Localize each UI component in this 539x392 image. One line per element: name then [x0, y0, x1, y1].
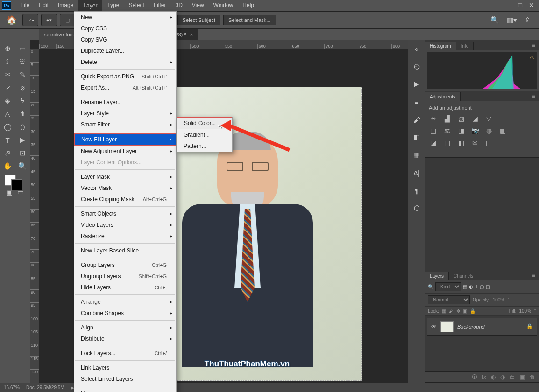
menu-item-delete[interactable]: Delete — [74, 56, 176, 68]
menu-item-new[interactable]: New — [74, 12, 176, 23]
menu-item-rasterize[interactable]: Rasterize — [74, 231, 176, 242]
menu-item-new-fill-layer[interactable]: New Fill Layer — [74, 133, 176, 146]
brush-mode-new[interactable]: ▢ — [60, 14, 76, 26]
menu-window[interactable]: Window — [209, 0, 238, 11]
paragraph-icon[interactable]: ¶ — [411, 185, 422, 196]
tool-preset-picker[interactable]: ⟋▾ — [22, 14, 38, 26]
layer-fx-icon[interactable]: fx — [482, 374, 486, 380]
tab-close-icon[interactable]: × — [190, 32, 193, 37]
character-icon[interactable]: A| — [411, 167, 422, 178]
menu-item-new-layer-based-slice[interactable]: New Layer Based Slice — [74, 245, 176, 256]
menu-item-lock-layers-[interactable]: Lock Layers...Ctrl+/ — [74, 348, 176, 359]
menu-help[interactable]: Help — [238, 0, 259, 11]
search-icon[interactable]: 🔍 — [490, 16, 499, 24]
adj-levels-icon[interactable]: ▟ — [443, 114, 452, 123]
filter-pixel-icon[interactable]: ▧ — [463, 284, 467, 289]
menu-item-distribute[interactable]: Distribute — [74, 333, 176, 344]
menu-image[interactable]: Image — [53, 0, 78, 11]
menu-item-select-linked-layers[interactable]: Select Linked Layers — [74, 373, 176, 385]
tool-5-0[interactable]: △ — [0, 107, 15, 120]
tool-6-1[interactable]: ⬯ — [15, 120, 30, 133]
new-layer-icon[interactable]: ▣ — [520, 374, 525, 380]
play-icon[interactable]: ▶ — [411, 78, 422, 90]
adj-exposure-icon[interactable]: ◢ — [470, 114, 480, 123]
menu-edit[interactable]: Edit — [34, 0, 53, 11]
menu-select[interactable]: Select — [124, 0, 149, 11]
tool-3-0[interactable]: ⟋ — [0, 81, 15, 94]
lines-icon[interactable]: ≡ — [411, 96, 422, 107]
adj-hue-icon[interactable]: ◫ — [429, 126, 438, 135]
menu-filter[interactable]: Filter — [149, 0, 171, 11]
menu-item-copy-svg[interactable]: Copy SVG — [74, 34, 176, 45]
menu-type[interactable]: Type — [102, 0, 124, 11]
adj-vibrance-icon[interactable]: ▽ — [484, 114, 494, 123]
menu-item-copy-css[interactable]: Copy CSS — [74, 23, 176, 34]
new-group-icon[interactable]: 🗀 — [510, 374, 515, 380]
share-icon[interactable]: ⇪ — [525, 16, 531, 24]
menu-item-ungroup-layers[interactable]: Ungroup LayersShift+Ctrl+G — [74, 271, 176, 282]
adj-photo-icon[interactable]: 📷 — [470, 126, 480, 135]
colors-icon[interactable]: ◧ — [411, 132, 422, 143]
tab-histogram[interactable]: Histogram — [425, 42, 456, 50]
submenu-item-gradient-[interactable]: Gradient... — [177, 129, 232, 140]
menu-item-align[interactable]: Align — [74, 322, 176, 333]
menu-item-video-layers[interactable]: Video Layers — [74, 219, 176, 231]
tool-1-0[interactable]: ⟟ — [0, 55, 15, 68]
warning-icon[interactable]: ⚠ — [529, 54, 534, 61]
brush-icon[interactable]: 🖌 — [411, 114, 422, 125]
tool-9-1[interactable]: 🔍 — [15, 160, 30, 173]
tool-2-0[interactable]: ✂ — [0, 68, 15, 81]
opacity-value[interactable]: 100% — [493, 297, 505, 302]
menu-item-smart-objects[interactable]: Smart Objects — [74, 208, 176, 219]
layer-row[interactable]: 👁 Background 🔒 — [427, 318, 537, 336]
adj-brightness-icon[interactable]: ☀ — [429, 114, 438, 123]
adj-curves-icon[interactable]: ▧ — [457, 114, 466, 123]
blend-mode-select[interactable]: Normal — [428, 295, 470, 304]
panel-menu-icon[interactable]: ≡ — [528, 91, 539, 101]
menu-item-vector-mask[interactable]: Vector Mask — [74, 182, 176, 194]
adj-mixer-icon[interactable]: ◍ — [484, 126, 494, 135]
tool-0-1[interactable]: ▭ — [15, 42, 30, 55]
tool-1-1[interactable]: ꖿ — [15, 55, 30, 68]
filter-shape-icon[interactable]: ▢ — [480, 284, 484, 289]
tool-8-1[interactable]: ⊡ — [15, 147, 30, 160]
menu-item-quick-export-as-png[interactable]: Quick Export as PNGShift+Ctrl+' — [74, 71, 176, 82]
tool-6-0[interactable]: ◯ — [0, 120, 15, 133]
tool-0-0[interactable]: ⊕ — [0, 42, 15, 55]
adj-bw-icon[interactable]: ◨ — [457, 126, 466, 135]
tab-info[interactable]: Info — [456, 42, 474, 50]
lock-pos-icon[interactable]: ✥ — [456, 308, 460, 314]
menu-item-duplicate-layer-[interactable]: Duplicate Layer... — [74, 45, 176, 56]
home-icon[interactable]: 🏠 — [4, 15, 20, 25]
menu-layer[interactable]: Layer — [78, 0, 102, 11]
menu-item-group-layers[interactable]: Group LayersCtrl+G — [74, 259, 176, 271]
menu-item-rename-layer-[interactable]: Rename Layer... — [74, 97, 176, 108]
tool-7-0[interactable]: T — [0, 133, 15, 147]
lock-pixel-icon[interactable]: 🖌 — [449, 308, 454, 314]
adj-balance-icon[interactable]: ⚖ — [443, 126, 452, 135]
brush-size-picker[interactable]: ●▾ — [41, 14, 57, 26]
select-and-mask-button[interactable]: Select and Mask... — [223, 15, 276, 25]
menu-item-hide-layers[interactable]: Hide LayersCtrl+, — [74, 282, 176, 293]
menu-3d[interactable]: 3D — [170, 0, 187, 11]
menu-file[interactable]: File — [16, 0, 34, 11]
adj-threshold-icon[interactable]: ◧ — [457, 139, 466, 147]
menu-item-link-layers[interactable]: Link Layers — [74, 362, 176, 373]
filter-type-icon[interactable]: T — [475, 284, 478, 289]
cube-icon[interactable]: ⬡ — [411, 203, 422, 214]
tool-7-1[interactable]: ▶ — [15, 133, 30, 147]
swatches-icon[interactable]: ▦ — [411, 149, 422, 161]
lock-artboard-icon[interactable]: ▣ — [463, 308, 467, 314]
tool-4-1[interactable]: ϟ — [15, 94, 30, 107]
tool-2-1[interactable]: ✎ — [15, 68, 30, 81]
menu-item-new-adjustment-layer[interactable]: New Adjustment Layer — [74, 146, 176, 157]
tab-channels[interactable]: Channels — [449, 272, 478, 280]
tool-9-0[interactable]: ✋ — [0, 160, 15, 173]
minimize-icon[interactable]: — — [505, 1, 512, 9]
menu-item-create-clipping-mask[interactable]: Create Clipping MaskAlt+Ctrl+G — [74, 194, 176, 205]
layer-filter-select[interactable]: Kind — [435, 282, 461, 291]
filter-adjust-icon[interactable]: ◐ — [469, 284, 473, 289]
adj-poster-icon[interactable]: ◫ — [443, 139, 452, 147]
tab-layers[interactable]: Layers — [425, 272, 449, 280]
lock-trans-icon[interactable]: ▦ — [442, 308, 446, 314]
